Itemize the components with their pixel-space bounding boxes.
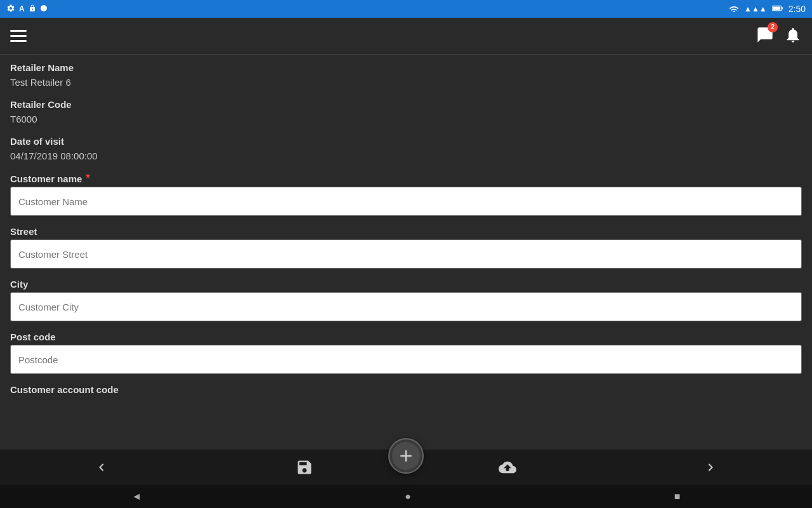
notification-badge: 2	[768, 22, 778, 32]
post-code-label: Post code	[10, 331, 802, 342]
forward-button[interactable]	[691, 450, 730, 485]
customer-name-group: Customer name *	[10, 173, 802, 216]
time-display: 2:50	[789, 4, 806, 14]
android-home-button[interactable]: ●	[405, 491, 411, 502]
main-content: Retailer Name Test Retailer 6 Retailer C…	[0, 55, 812, 450]
city-input[interactable]	[10, 292, 802, 321]
date-of-visit-label: Date of visit	[10, 136, 802, 147]
android-nav-bar: ◄ ● ■	[0, 485, 812, 508]
circle-icon	[40, 4, 48, 14]
retailer-name-value: Test Retailer 6	[10, 76, 802, 89]
android-back-button[interactable]: ◄	[131, 491, 141, 502]
fab-add-icon	[392, 442, 420, 470]
date-of-visit-value: 04/17/2019 08:00:00	[10, 149, 802, 163]
upload-button[interactable]	[488, 450, 527, 485]
post-code-input[interactable]	[10, 345, 802, 374]
city-label: City	[10, 279, 802, 290]
retailer-code-group: Retailer Code T6000	[10, 99, 802, 126]
customer-account-code-group: Customer account code	[10, 384, 802, 395]
settings-icon	[6, 4, 15, 15]
status-bar-left: A	[6, 4, 48, 15]
status-bar: A ▲▲▲ 2:50	[0, 0, 812, 18]
nav-right: 2	[756, 26, 802, 46]
street-group: Street	[10, 226, 802, 269]
fab-add-button[interactable]	[388, 438, 424, 474]
svg-rect-2	[773, 6, 780, 10]
signal-icon: ▲▲▲	[744, 4, 767, 13]
date-of-visit-group: Date of visit 04/17/2019 08:00:00	[10, 136, 802, 163]
lock-icon	[29, 4, 36, 14]
post-code-group: Post code	[10, 331, 802, 374]
save-button[interactable]	[285, 450, 324, 485]
retailer-code-value: T6000	[10, 112, 802, 126]
bottom-bar	[0, 450, 812, 485]
nav-bar: 2	[0, 18, 812, 55]
messages-button[interactable]: 2	[756, 26, 774, 46]
required-star: *	[86, 173, 89, 184]
android-recent-button[interactable]: ■	[674, 491, 681, 502]
customer-name-input[interactable]	[10, 187, 802, 216]
status-bar-right: ▲▲▲ 2:50	[729, 4, 806, 14]
back-button[interactable]	[82, 450, 121, 485]
street-input[interactable]	[10, 239, 802, 269]
customer-account-code-label: Customer account code	[10, 384, 802, 395]
retailer-name-label: Retailer Name	[10, 62, 802, 73]
bell-button[interactable]	[784, 26, 802, 46]
retailer-code-label: Retailer Code	[10, 99, 802, 110]
a-icon: A	[19, 4, 25, 13]
svg-point-0	[41, 5, 47, 11]
battery-icon	[772, 4, 783, 14]
city-group: City	[10, 279, 802, 321]
retailer-name-group: Retailer Name Test Retailer 6	[10, 62, 802, 89]
street-label: Street	[10, 226, 802, 237]
svg-rect-3	[782, 7, 783, 9]
customer-name-label: Customer name *	[10, 173, 802, 184]
wifi-icon	[729, 4, 739, 14]
hamburger-menu[interactable]	[10, 30, 27, 42]
